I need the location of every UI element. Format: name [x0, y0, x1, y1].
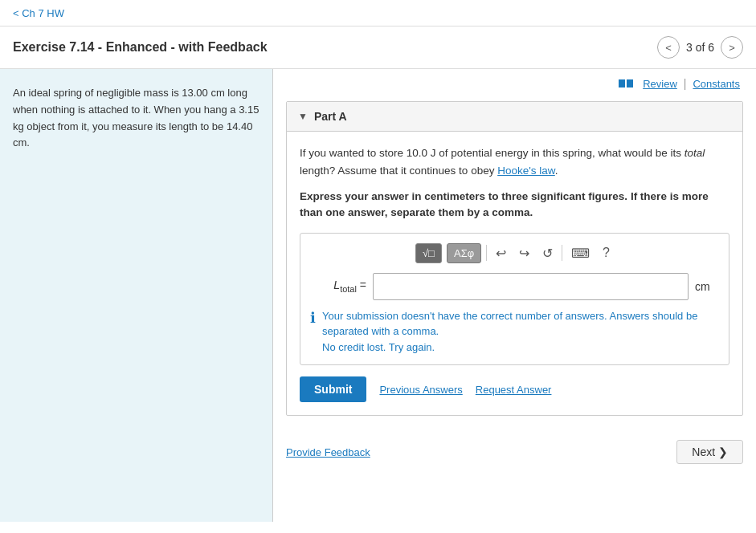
- undo-button[interactable]: ↩: [492, 244, 510, 262]
- toolbar-divider-2: [562, 245, 562, 261]
- hookes-law-link[interactable]: Hooke's law: [497, 165, 555, 177]
- answer-input[interactable]: [373, 273, 689, 300]
- review-icon: [619, 79, 633, 87]
- reset-button[interactable]: ↺: [538, 244, 557, 262]
- warning-line1: Your submission doesn't have the correct…: [322, 308, 719, 340]
- page-indicator: 3 of 6: [686, 41, 714, 54]
- warning-row: ℹ Your submission doesn't have the corre…: [310, 308, 719, 356]
- question-italic: total: [684, 147, 705, 159]
- back-link[interactable]: < Ch 7 HW: [13, 7, 64, 19]
- next-button[interactable]: Next ❯: [676, 440, 743, 464]
- part-a-section: ▼ Part A If you wanted to store 10.0 J o…: [286, 101, 743, 416]
- constants-link[interactable]: Constants: [693, 78, 740, 90]
- problem-text: An ideal spring of negligible mass is 13…: [13, 85, 259, 152]
- warning-line2: No credit lost. Try again.: [322, 340, 719, 356]
- greek-button[interactable]: ΑΣφ: [447, 243, 481, 263]
- math-toolbar: √□ ΑΣφ ↩ ↪ ↺ ⌨ ?: [310, 243, 719, 263]
- provide-feedback-link[interactable]: Provide Feedback: [286, 446, 370, 458]
- instruction-text: Express your answer in centimeters to th…: [300, 189, 729, 222]
- collapse-arrow-icon[interactable]: ▼: [298, 111, 308, 122]
- input-label: Ltotal =: [310, 279, 366, 294]
- redo-button[interactable]: ↪: [515, 244, 533, 262]
- question-text: If you wanted to store 10.0 J of potenti…: [300, 144, 729, 179]
- prev-page-button[interactable]: <: [657, 36, 680, 59]
- part-a-header: ▼ Part A: [287, 102, 742, 132]
- previous-answers-button[interactable]: Previous Answers: [379, 384, 462, 396]
- answer-box: √□ ΑΣφ ↩ ↪ ↺ ⌨ ? Ltotal =: [300, 233, 729, 366]
- question-part2: length? Assume that it continues to obey: [300, 165, 497, 177]
- pagination-controls: < 3 of 6 >: [657, 36, 743, 59]
- sqrt-button[interactable]: √□: [415, 243, 442, 263]
- warning-text: Your submission doesn't have the correct…: [322, 308, 719, 356]
- toolbar-divider-1: [486, 245, 487, 261]
- exercise-title: Exercise 7.14 - Enhanced - with Feedback: [13, 40, 268, 55]
- unit-label: cm: [695, 280, 719, 293]
- question-part1: If you wanted to store 10.0 J of potenti…: [300, 147, 684, 159]
- problem-description: An ideal spring of negligible mass is 13…: [0, 69, 273, 522]
- question-end: .: [555, 165, 558, 177]
- help-button[interactable]: ?: [599, 244, 614, 262]
- review-link[interactable]: Review: [643, 78, 677, 90]
- warning-icon: ℹ: [310, 309, 316, 327]
- request-answer-button[interactable]: Request Answer: [476, 384, 552, 396]
- answer-input-row: Ltotal = cm: [310, 273, 719, 300]
- top-links-bar: Review | Constants: [273, 69, 756, 98]
- action-row: Submit Previous Answers Request Answer: [300, 376, 729, 402]
- part-a-label: Part A: [314, 110, 347, 123]
- link-separator: |: [684, 77, 687, 90]
- keyboard-button[interactable]: ⌨: [567, 244, 594, 262]
- part-a-body: If you wanted to store 10.0 J of potenti…: [287, 132, 742, 415]
- content-area: Review | Constants ▼ Part A If you wante…: [273, 69, 756, 522]
- next-page-button[interactable]: >: [721, 36, 743, 59]
- submit-button[interactable]: Submit: [300, 376, 366, 402]
- footer-row: Provide Feedback Next ❯: [273, 429, 756, 475]
